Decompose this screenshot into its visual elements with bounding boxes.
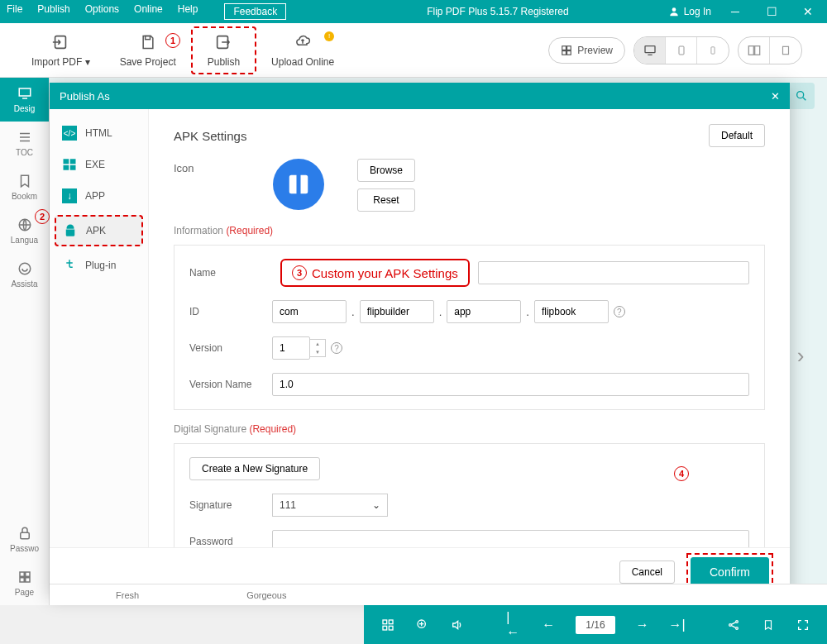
next-page-arrow[interactable]: › (786, 341, 815, 370)
next-page-icon[interactable]: → (635, 618, 650, 632)
title-bar: File Publish Options Online Help Feedbac… (0, 0, 827, 23)
desktop-icon[interactable] (634, 37, 666, 64)
svg-point-39 (736, 620, 739, 623)
version-name-input[interactable] (272, 373, 749, 396)
single-icon[interactable] (770, 37, 801, 64)
name-input[interactable] (478, 261, 749, 284)
password-input[interactable] (272, 530, 749, 547)
svg-line-41 (731, 622, 735, 624)
svg-point-25 (797, 92, 804, 98)
svg-rect-22 (25, 572, 29, 576)
menu-file[interactable]: File (7, 3, 22, 20)
preview-icon (561, 45, 572, 56)
publish-format-list: </>HTML EXE ↓APP APK Plug-in (50, 109, 149, 547)
style-bar: Fresh Gorgeous (50, 584, 827, 605)
tab-design[interactable]: Desig (0, 78, 49, 122)
import-icon (51, 33, 69, 51)
thumbnails-icon[interactable] (380, 618, 395, 632)
svg-rect-2 (145, 36, 150, 39)
default-button[interactable]: Default (709, 124, 765, 147)
version-input[interactable] (272, 336, 310, 360)
sound-icon[interactable] (450, 618, 465, 632)
help-icon[interactable]: ? (614, 306, 625, 317)
menu-options[interactable]: Options (85, 3, 119, 20)
menu-help[interactable]: Help (178, 3, 198, 20)
svg-line-26 (803, 98, 805, 100)
create-signature-button[interactable]: Create a New Signature (189, 457, 320, 480)
svg-rect-29 (64, 165, 69, 170)
app-icon: ↓ (62, 188, 77, 203)
share-icon[interactable] (726, 618, 741, 632)
annotation-3-box: 3Custom your APK Settings (280, 259, 470, 287)
close-window-button[interactable]: ✕ (796, 5, 820, 18)
version-stepper[interactable]: ▲▼ (272, 336, 326, 360)
maximize-button[interactable]: ☐ (759, 5, 784, 18)
bookmark-status-icon[interactable] (761, 618, 776, 632)
tab-password[interactable]: Passwo (0, 518, 49, 561)
feedback-button[interactable]: Feedback (224, 3, 286, 20)
minimize-button[interactable]: ─ (723, 5, 748, 18)
svg-rect-28 (70, 159, 76, 164)
svg-rect-11 (748, 45, 753, 55)
device-toggle[interactable] (633, 36, 729, 64)
android-icon (63, 223, 78, 238)
tablet-icon[interactable] (666, 37, 697, 64)
browse-button[interactable]: Browse (357, 159, 415, 182)
phone-icon[interactable] (697, 37, 729, 64)
prev-page-icon[interactable]: ← (541, 618, 556, 632)
svg-rect-34 (389, 626, 393, 630)
format-app[interactable]: ↓APP (50, 180, 148, 212)
svg-rect-4 (562, 45, 566, 50)
svg-rect-21 (20, 572, 24, 576)
format-exe[interactable]: EXE (50, 149, 148, 180)
zoom-icon[interactable] (415, 618, 430, 632)
menu-publish[interactable]: Publish (37, 3, 69, 20)
tab-bookmark[interactable]: Bookm (0, 165, 49, 209)
window-title: Flip PDF Plus 5.15.7 Registered (286, 6, 667, 17)
first-page-icon[interactable]: |← (506, 618, 521, 632)
tab-assistant[interactable]: Assista (0, 253, 49, 297)
modal-titlebar: Publish As ✕ (50, 83, 790, 109)
status-bar: |← ← 1/16 → →| (0, 605, 827, 644)
upload-online-button[interactable]: ! Upload Online (256, 33, 349, 68)
format-apk[interactable]: APK (55, 215, 143, 246)
svg-rect-23 (20, 578, 24, 582)
id-part-2[interactable] (360, 300, 434, 323)
spread-icon[interactable] (739, 37, 770, 64)
signature-select[interactable]: 111⌄ (272, 494, 388, 517)
confirm-button[interactable]: Confirm (691, 557, 769, 587)
page-indicator[interactable]: 1/16 (576, 616, 614, 634)
cancel-button[interactable]: Cancel (619, 561, 675, 584)
menu-online[interactable]: Online (134, 3, 163, 20)
svg-rect-6 (562, 50, 566, 55)
id-part-4[interactable] (534, 300, 609, 323)
preview-button[interactable]: Preview (548, 37, 625, 64)
publish-button[interactable]: Publish (191, 26, 256, 74)
style-gorgeous[interactable]: Gorgeous (246, 590, 286, 600)
svg-line-42 (731, 625, 735, 627)
plugin-icon (62, 258, 77, 273)
tab-page[interactable]: Page (0, 561, 49, 605)
last-page-icon[interactable]: →| (670, 618, 685, 632)
reset-button[interactable]: Reset (357, 188, 415, 212)
svg-rect-20 (20, 532, 29, 539)
style-fresh[interactable]: Fresh (116, 590, 139, 600)
help-icon[interactable]: ? (331, 342, 342, 354)
tab-toc[interactable]: TOC (0, 122, 49, 165)
annotation-1: 1 (165, 33, 180, 48)
svg-point-40 (736, 627, 739, 629)
id-part-3[interactable] (447, 300, 521, 323)
login-button[interactable]: Log In (668, 6, 711, 17)
search-button[interactable] (788, 83, 815, 109)
format-html[interactable]: </>HTML (50, 117, 148, 149)
settings-heading: APK Settings (174, 129, 246, 143)
id-label: ID (189, 306, 272, 317)
id-part-1[interactable] (272, 300, 347, 323)
fullscreen-icon[interactable] (796, 618, 810, 632)
svg-rect-5 (567, 45, 571, 50)
modal-close-button[interactable]: ✕ (771, 90, 780, 103)
layout-toggle[interactable] (738, 36, 802, 64)
format-plugin[interactable]: Plug-in (50, 250, 148, 281)
import-pdf-button[interactable]: Import PDF ▾ (17, 33, 105, 68)
html-icon: </> (62, 126, 77, 141)
